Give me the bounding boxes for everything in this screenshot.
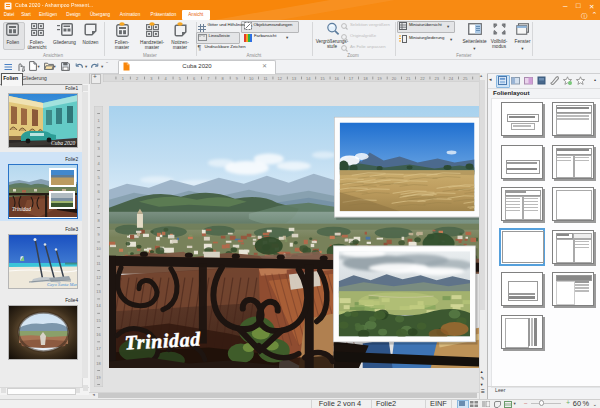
svg-text:Trinidad: Trinidad bbox=[12, 206, 31, 212]
svg-text:13: 13 bbox=[96, 289, 101, 294]
svg-text:18: 18 bbox=[363, 75, 368, 80]
svg-text:17: 17 bbox=[349, 75, 354, 80]
svg-text:15: 15 bbox=[320, 75, 325, 80]
svg-text:12: 12 bbox=[96, 274, 101, 279]
svg-text:14: 14 bbox=[306, 75, 311, 80]
svg-text:10: 10 bbox=[96, 246, 101, 251]
svg-text:Cuba 2020: Cuba 2020 bbox=[51, 140, 76, 146]
svg-text:12: 12 bbox=[277, 75, 282, 80]
svg-text:17: 17 bbox=[96, 346, 101, 351]
svg-text:16: 16 bbox=[335, 75, 340, 80]
svg-text:13: 13 bbox=[292, 75, 297, 80]
svg-text:22: 22 bbox=[420, 75, 425, 80]
svg-text:Cayo Santa Maria: Cayo Santa Maria bbox=[47, 282, 78, 287]
svg-text:14: 14 bbox=[96, 303, 101, 308]
svg-text:24: 24 bbox=[449, 75, 454, 80]
svg-text:18: 18 bbox=[96, 360, 101, 365]
svg-text:10: 10 bbox=[249, 75, 254, 80]
svg-text:19: 19 bbox=[377, 75, 382, 80]
svg-text:20: 20 bbox=[392, 75, 397, 80]
svg-text:19: 19 bbox=[96, 374, 101, 379]
svg-text:16: 16 bbox=[96, 331, 101, 336]
svg-text:21: 21 bbox=[406, 75, 411, 80]
svg-text:Trinidad: Trinidad bbox=[124, 327, 202, 353]
svg-text:15: 15 bbox=[96, 317, 101, 322]
svg-text:23: 23 bbox=[434, 75, 439, 80]
svg-text:25: 25 bbox=[463, 75, 468, 80]
